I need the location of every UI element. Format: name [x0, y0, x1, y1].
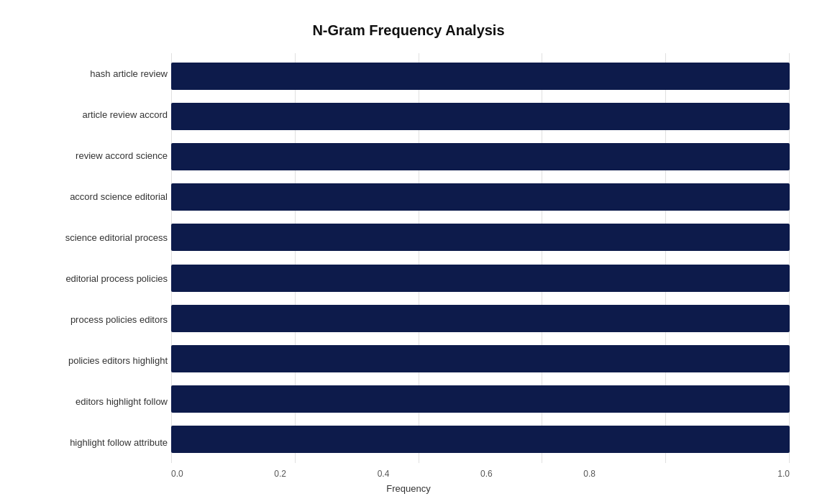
x-tick: 0.6	[480, 469, 583, 479]
x-tick: 0.8	[583, 469, 686, 479]
bars-and-grid	[171, 53, 790, 463]
y-label: highlight follow attribute	[27, 422, 168, 463]
x-tick: 0.0	[171, 469, 274, 479]
bar	[171, 224, 790, 251]
bar-row	[171, 219, 790, 255]
bar	[171, 183, 790, 211]
bar-row	[171, 260, 790, 296]
bar-row	[171, 139, 790, 175]
bar-row	[171, 381, 790, 417]
bar	[171, 426, 790, 453]
chart-area: hash article reviewarticle review accord…	[27, 53, 790, 470]
y-label: process policies editors	[27, 299, 168, 340]
bar	[171, 103, 790, 130]
bar	[171, 265, 790, 292]
y-label: editors highlight follow	[27, 381, 168, 422]
y-labels: hash article reviewarticle review accord…	[27, 53, 171, 463]
y-label: article review accord	[27, 94, 168, 135]
bar	[171, 143, 790, 170]
bar-row	[171, 179, 790, 215]
y-label: editorial process policies	[27, 258, 168, 299]
chart-container: N-Gram Frequency Analysis hash article r…	[13, 8, 804, 497]
x-tick: 0.4	[378, 469, 480, 479]
x-axis: 0.00.20.40.60.81.0	[171, 469, 790, 479]
bar-row	[171, 301, 790, 336]
bar-row	[171, 421, 790, 457]
x-axis-label: Frequency	[27, 483, 790, 494]
bar	[171, 63, 790, 90]
y-label: review accord science	[27, 135, 168, 176]
y-label: accord science editorial	[27, 176, 168, 217]
bar	[171, 385, 790, 413]
y-label: hash article review	[27, 53, 168, 94]
bars-column	[171, 53, 790, 463]
bar	[171, 345, 790, 372]
chart-title: N-Gram Frequency Analysis	[27, 22, 790, 39]
bar-row	[171, 341, 790, 377]
bar-row	[171, 98, 790, 134]
x-tick: 1.0	[687, 469, 790, 479]
bar-row	[171, 58, 790, 94]
y-label: policies editors highlight	[27, 340, 168, 381]
bars-section: hash article reviewarticle review accord…	[27, 53, 790, 463]
x-tick: 0.2	[274, 469, 377, 479]
y-label: science editorial process	[27, 217, 168, 258]
bar	[171, 305, 790, 332]
